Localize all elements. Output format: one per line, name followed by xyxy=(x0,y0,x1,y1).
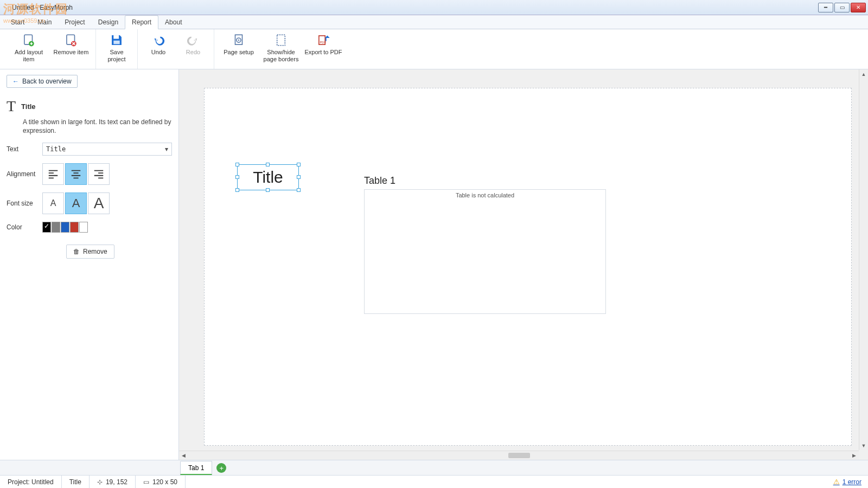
remove-element-button[interactable]: 🗑 Remove xyxy=(66,245,114,259)
color-label: Color xyxy=(7,223,42,231)
status-errors-link[interactable]: ⚠ 1 error xyxy=(833,478,868,486)
sheet-tabs: Tab 1 + xyxy=(0,460,868,475)
svg-rect-4 xyxy=(113,35,119,39)
remove-item-icon xyxy=(64,33,78,48)
redo-button[interactable]: Redo xyxy=(176,31,210,67)
svg-point-8 xyxy=(238,40,240,41)
maximize-button[interactable]: ▭ xyxy=(834,3,850,12)
color-black[interactable] xyxy=(42,222,51,233)
align-center-button[interactable] xyxy=(65,163,87,185)
save-project-button[interactable]: Save project xyxy=(99,31,134,67)
page-borders-icon xyxy=(274,33,288,48)
table-not-calculated-msg: Table is not calculated xyxy=(456,192,514,198)
element-type-label: Title xyxy=(21,102,36,111)
position-icon: ⊹ xyxy=(97,478,103,486)
add-layout-item-button[interactable]: Add layout item xyxy=(8,31,50,67)
export-pdf-icon: PDF xyxy=(316,33,330,48)
horizontal-scrollbar[interactable]: ◀ ▶ xyxy=(179,451,859,460)
resize-handle-sw[interactable] xyxy=(235,188,239,192)
status-position: ⊹ 19, 152 xyxy=(90,476,136,488)
color-blue[interactable] xyxy=(61,222,69,233)
report-page[interactable]: Title Table 1 Table is not calculated xyxy=(204,88,852,446)
align-left-button[interactable] xyxy=(42,163,64,185)
align-center-icon xyxy=(70,168,82,180)
resize-handle-n[interactable] xyxy=(266,163,270,166)
text-dropdown-button[interactable]: ▾ xyxy=(161,145,171,153)
ribbon-tabs: Start Main Project Design Report About xyxy=(0,15,868,29)
text-label: Text xyxy=(7,145,42,153)
fontsize-medium-button[interactable]: A xyxy=(65,192,87,214)
save-icon xyxy=(110,33,124,48)
add-sheet-button[interactable]: + xyxy=(216,463,226,473)
tab-design[interactable]: Design xyxy=(92,16,125,29)
alignment-label: Alignment xyxy=(7,170,42,178)
sheet-tab-1[interactable]: Tab 1 xyxy=(180,461,212,475)
align-right-button[interactable] xyxy=(88,163,110,185)
tab-main[interactable]: Main xyxy=(31,16,58,29)
undo-button[interactable]: Undo xyxy=(141,31,176,67)
remove-item-button[interactable]: Remove item xyxy=(50,31,92,67)
report-canvas[interactable]: Title Table 1 Table is not calculated ▲ … xyxy=(179,69,868,460)
page-setup-button[interactable]: Page setup xyxy=(218,31,260,67)
resize-handle-s[interactable] xyxy=(266,188,270,192)
resize-handle-ne[interactable] xyxy=(297,163,301,166)
tab-project[interactable]: Project xyxy=(58,16,91,29)
scroll-left-button[interactable]: ◀ xyxy=(179,453,188,458)
table-element-body[interactable]: Table is not calculated xyxy=(364,189,606,314)
svg-rect-5 xyxy=(113,41,119,44)
color-gray[interactable] xyxy=(52,222,60,233)
element-description: A title shown in large font. Its text ca… xyxy=(1,118,172,135)
selected-title-element[interactable]: Title xyxy=(237,164,299,190)
properties-panel: ← Back to overview T Title A title shown… xyxy=(0,69,179,460)
window-titlebar: Untitled - EasyMorph ━ ▭ ✕ xyxy=(0,0,868,15)
resize-handle-e[interactable] xyxy=(297,175,301,179)
resize-handle-se[interactable] xyxy=(297,188,301,192)
window-title: Untitled - EasyMorph xyxy=(2,4,818,11)
scroll-down-button[interactable]: ▼ xyxy=(859,441,868,450)
close-button[interactable]: ✕ xyxy=(851,3,866,12)
align-right-icon xyxy=(93,168,105,180)
svg-rect-9 xyxy=(277,35,285,46)
table-element-title[interactable]: Table 1 xyxy=(364,175,395,187)
tab-about[interactable]: About xyxy=(158,16,188,29)
status-selection: Title xyxy=(62,476,90,488)
back-to-overview-button[interactable]: ← Back to overview xyxy=(7,75,78,88)
svg-text:PDF: PDF xyxy=(320,41,327,44)
warning-icon: ⚠ xyxy=(833,478,840,486)
color-white[interactable] xyxy=(79,222,88,233)
resize-handle-w[interactable] xyxy=(235,175,239,179)
minimize-button[interactable]: ━ xyxy=(818,3,833,12)
undo-icon xyxy=(151,33,165,48)
fontsize-label: Font size xyxy=(7,200,42,207)
fontsize-large-button[interactable]: A xyxy=(88,192,110,214)
scroll-thumb[interactable] xyxy=(508,453,530,458)
color-swatches xyxy=(42,222,88,233)
title-text-input[interactable] xyxy=(43,145,161,153)
scroll-right-button[interactable]: ▶ xyxy=(850,453,859,458)
scroll-up-button[interactable]: ▲ xyxy=(859,69,868,79)
status-size: ▭ 120 x 50 xyxy=(136,476,186,488)
status-project: Project: Untitled xyxy=(0,476,62,488)
text-input-wrap: ▾ xyxy=(42,143,172,156)
tab-report[interactable]: Report xyxy=(125,15,158,29)
color-red[interactable] xyxy=(70,222,79,233)
title-type-icon: T xyxy=(7,98,16,115)
status-bar: Project: Untitled Title ⊹ 19, 152 ▭ 120 … xyxy=(0,475,868,488)
showhide-borders-button[interactable]: Show/hide page borders xyxy=(260,31,302,67)
vertical-scrollbar[interactable]: ▲ ▼ xyxy=(859,69,868,450)
fontsize-small-button[interactable]: A xyxy=(42,192,64,214)
resize-handle-nw[interactable] xyxy=(235,163,239,166)
page-setup-icon xyxy=(232,33,246,48)
size-icon: ▭ xyxy=(143,478,149,486)
export-pdf-button[interactable]: PDF Export to PDF xyxy=(302,31,344,67)
add-layout-icon xyxy=(22,33,36,48)
tab-start[interactable]: Start xyxy=(4,16,31,29)
align-left-icon xyxy=(47,168,59,180)
trash-icon: 🗑 xyxy=(73,248,80,255)
redo-icon xyxy=(186,33,200,48)
back-arrow-icon: ← xyxy=(12,78,19,85)
ribbon: Add layout item Remove item Save project… xyxy=(0,29,868,69)
